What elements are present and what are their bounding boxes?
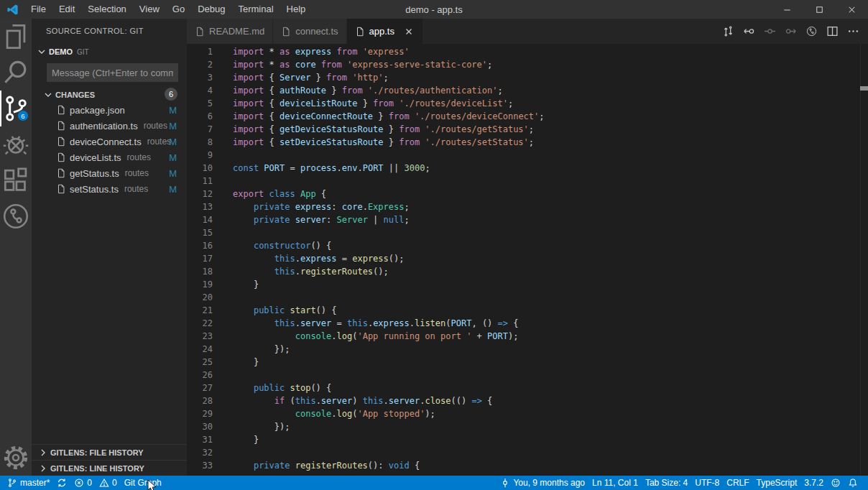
menu-edit[interactable]: Edit: [52, 0, 81, 19]
activity-source-control[interactable]: 6: [0, 91, 32, 126]
menu-go[interactable]: Go: [166, 0, 191, 19]
menu-file[interactable]: File: [24, 0, 52, 19]
section-gitlens-line-history[interactable]: GITLENS: LINE HISTORY: [32, 460, 187, 476]
line-number: 18: [187, 265, 213, 278]
line-content: if (this.server) this.server.close(() =>…: [233, 394, 492, 407]
activity-explorer[interactable]: [0, 19, 32, 55]
editor-scrollbar[interactable]: [860, 44, 868, 476]
source-control-sidebar: SOURCE CONTROL: GIT DEMO GIT CHANGES 6 p…: [32, 19, 187, 476]
line-content: import { Server } from 'http';: [233, 71, 389, 84]
encoding[interactable]: UTF-8: [691, 476, 723, 490]
sync-button[interactable]: [53, 476, 70, 490]
line-number: 20: [187, 291, 213, 304]
next-change-icon[interactable]: [783, 24, 798, 39]
line-content: export class App {: [233, 188, 326, 200]
menu-debug[interactable]: Debug: [191, 0, 231, 19]
code-line: 23 console.log('App running on port ' + …: [187, 330, 868, 343]
tab-connect-ts[interactable]: connect.ts: [273, 19, 346, 44]
tab-app-ts[interactable]: app.ts: [347, 19, 423, 44]
line-content: import { authRoute } from './routes/auth…: [233, 84, 503, 97]
line-number: 1: [187, 45, 213, 58]
language-mode[interactable]: TypeScript: [753, 476, 801, 490]
maximize-button[interactable]: [803, 0, 836, 19]
search-icon: [0, 57, 32, 88]
code-line: 11: [187, 175, 868, 188]
split-editor-icon[interactable]: [825, 24, 839, 39]
line-content: public stop() {: [233, 382, 331, 394]
activity-debug[interactable]: [0, 126, 32, 162]
blame-annotation[interactable]: You, 9 months ago: [497, 476, 588, 490]
changes-section-header[interactable]: CHANGES 6: [32, 87, 187, 102]
line-number: 16: [187, 239, 213, 252]
scm-file-row[interactable]: authentication.tsroutesM: [32, 118, 187, 134]
more-actions-icon[interactable]: [846, 24, 860, 39]
eol-sequence[interactable]: CRLF: [723, 476, 752, 490]
cursor-position[interactable]: Ln 11, Col 1: [588, 476, 642, 490]
menu-help[interactable]: Help: [280, 0, 313, 19]
activity-bar: 6: [0, 19, 32, 476]
tab-size[interactable]: Tab Size: 4: [642, 476, 691, 490]
code-line: 29 console.log('App stopped');: [187, 407, 868, 420]
section-gitlens-file-history[interactable]: GITLENS: FILE HISTORY: [32, 444, 187, 460]
line-number: 30: [187, 420, 213, 433]
chevron-down-icon: [36, 46, 47, 57]
code-line: 27 public stop() {: [187, 382, 868, 394]
tab-README-md[interactable]: README.md: [187, 19, 273, 44]
tab-label: connect.ts: [295, 26, 338, 37]
code-line: 7import { getDeviceStatusRoute } from '.…: [187, 123, 868, 136]
line-number: 11: [187, 175, 213, 188]
activity-settings[interactable]: [0, 440, 32, 476]
errors-indicator[interactable]: 0: [70, 476, 96, 490]
activity-extensions[interactable]: [0, 162, 32, 198]
code-line: 31 }: [187, 433, 868, 446]
feedback[interactable]: [827, 476, 844, 490]
close-window-button[interactable]: [836, 0, 868, 19]
warnings-indicator[interactable]: 0: [96, 476, 121, 490]
scm-file-row[interactable]: deviceList.tsroutesM: [32, 149, 187, 165]
code-line: 9: [187, 149, 868, 162]
repo-name: DEMO: [49, 47, 73, 56]
open-changes-icon[interactable]: [762, 24, 777, 39]
status-label: Tab Size: 4: [645, 478, 688, 488]
activity-git-graph[interactable]: [0, 198, 32, 234]
code-line: 32: [187, 446, 868, 459]
section-label: GITLENS: LINE HISTORY: [50, 464, 144, 473]
line-number: 8: [187, 136, 213, 149]
line-number: 29: [187, 407, 213, 420]
scm-file-row[interactable]: deviceConnect.tsroutesM: [32, 134, 187, 149]
gitlens-compare-icon[interactable]: [721, 24, 735, 39]
git-graph-icon[interactable]: [804, 24, 818, 39]
minimize-button[interactable]: [771, 0, 803, 19]
tab-label: app.ts: [369, 26, 394, 37]
close-icon[interactable]: [403, 26, 415, 37]
status-label: TypeScript: [757, 478, 798, 488]
menu-selection[interactable]: Selection: [81, 0, 132, 19]
activity-search[interactable]: [0, 55, 32, 91]
commit-icon: [500, 478, 510, 488]
line-content: });: [233, 343, 290, 356]
code-line: 5import { deviceListRoute } from './rout…: [187, 97, 868, 110]
window-controls: [771, 0, 868, 19]
typescript-version[interactable]: 3.7.2: [800, 476, 827, 490]
status-label: You, 9 months ago: [513, 478, 585, 488]
menu-terminal[interactable]: Terminal: [231, 0, 280, 19]
file-folder: routes: [125, 168, 149, 178]
file-folder: routes: [144, 121, 167, 131]
previous-change-icon[interactable]: [742, 24, 756, 39]
line-number: 21: [187, 304, 213, 317]
scm-file-row[interactable]: package.jsonM: [32, 102, 187, 118]
section-label: GITLENS: FILE HISTORY: [50, 448, 144, 457]
notifications[interactable]: [844, 476, 862, 490]
code-line: 30 });: [187, 420, 868, 433]
line-number: 14: [187, 213, 213, 226]
commit-message-input[interactable]: [47, 63, 178, 82]
line-number: 2: [187, 58, 213, 71]
git-graph-button[interactable]: Git Graph: [121, 476, 165, 490]
menu-view[interactable]: View: [133, 0, 166, 19]
branch-indicator[interactable]: master*: [4, 476, 53, 490]
scm-file-row[interactable]: setStatus.tsroutesM: [32, 181, 187, 197]
code-editor[interactable]: 1import * as express from 'express'2impo…: [187, 44, 868, 476]
repo-header[interactable]: DEMO GIT: [32, 44, 187, 60]
scm-file-row[interactable]: getStatus.tsroutesM: [32, 165, 187, 181]
code-line: 26: [187, 369, 868, 382]
